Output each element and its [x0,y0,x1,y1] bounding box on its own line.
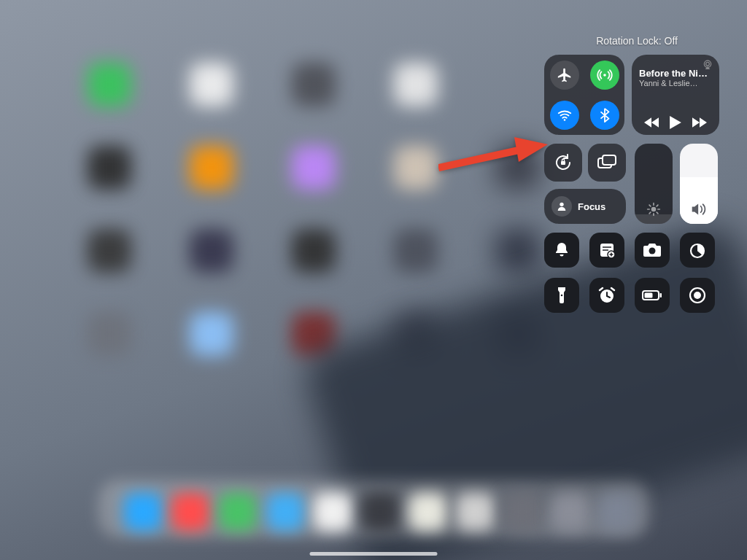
blurred-dock-icon [266,493,304,531]
blurred-dock-icon [361,493,399,531]
blurred-dock-icon [124,493,162,531]
blurred-dock-icon [598,493,636,531]
home-indicator[interactable] [310,552,438,556]
svg-point-2 [603,74,606,77]
blurred-dock-icon [503,493,541,531]
blurred-app-icon [394,229,438,273]
svg-line-15 [649,205,651,206]
blurred-app-icon [394,63,438,106]
alarm-button[interactable] [589,278,624,313]
media-artist: Yanni & Leslie… [639,79,708,88]
rotation-lock-status-label: Rotation Lock: Off [596,35,678,47]
svg-point-4 [704,61,711,67]
media-title: Before the Ni… [639,68,708,79]
blurred-dock-icon [551,493,589,531]
quick-note-button[interactable] [589,233,624,268]
blurred-dock-icon [171,493,209,531]
record-icon [689,287,706,304]
focus-label: Focus [578,201,605,212]
tile-row [544,278,715,313]
camera-icon [643,242,662,258]
tile-row [544,233,715,268]
svg-point-35 [694,292,701,299]
timer-button[interactable] [680,233,715,268]
brightness-icon [646,202,661,217]
screen-record-button[interactable] [680,278,715,313]
svg-rect-8 [603,155,616,165]
blurred-app-icon [190,229,233,273]
low-power-mode-toggle[interactable] [635,278,670,313]
svg-point-10 [651,207,657,212]
svg-point-27 [561,295,563,297]
blurred-app-icon [190,63,233,106]
blurred-app-icon [190,312,233,356]
blurred-dock-icon [219,493,257,531]
blurred-dock-icon [456,493,494,531]
airdrop-toggle[interactable] [590,61,619,90]
brightness-slider[interactable] [635,144,673,224]
svg-rect-6 [561,161,565,165]
focus-button[interactable]: Focus [544,189,626,224]
airplay-icon [702,59,713,71]
blurred-app-icon [394,146,438,190]
blurred-app-icon [292,63,336,106]
svg-point-25 [649,248,656,254]
blurred-dock-icon [409,493,446,531]
wifi-icon [557,107,573,123]
svg-point-9 [560,203,563,206]
alarm-clock-icon [597,287,616,304]
now-playing-platter[interactable]: Before the Ni… Yanni & Leslie… [632,55,719,135]
blurred-app-icon [292,146,336,190]
blurred-app-icon [88,146,131,190]
connectivity-platter[interactable] [544,55,624,135]
airplane-mode-toggle[interactable] [550,61,579,90]
svg-point-3 [563,119,565,121]
svg-marker-1 [514,137,548,162]
flashlight-icon [557,286,567,305]
timer-icon [689,241,706,259]
bluetooth-toggle[interactable] [590,101,619,130]
volume-fill [680,177,718,224]
play-button[interactable] [670,116,681,129]
blurred-app-icon [88,229,131,273]
blurred-dock-icon [314,493,352,531]
svg-rect-32 [645,293,653,298]
rotation-lock-toggle[interactable] [544,144,582,182]
annotation-arrow [438,137,548,184]
focus-person-icon [551,196,572,217]
wifi-toggle[interactable] [550,101,579,130]
rewind-button[interactable] [644,117,659,128]
forward-button[interactable] [692,117,707,128]
ipad-control-center-screenshot: Rotation Lock: Off [0,0,747,560]
bluetooth-icon [597,107,613,123]
camera-button[interactable] [635,233,670,268]
svg-line-16 [657,212,658,214]
svg-rect-33 [660,293,662,298]
svg-line-0 [438,150,519,168]
bell-icon [554,241,570,259]
battery-icon [642,289,662,301]
blurred-app-icon [496,229,540,273]
blurred-app-icon [88,312,131,356]
flashlight-button[interactable] [544,278,579,313]
screen-mirroring-icon [597,154,617,171]
svg-point-5 [706,62,710,66]
blurred-app-icon [88,63,131,106]
cellular-antenna-icon [597,67,613,83]
screen-mirroring-button[interactable] [588,144,626,182]
blurred-app-icon [292,229,336,273]
note-plus-icon [598,241,616,259]
silent-mode-toggle[interactable] [544,233,579,268]
svg-line-17 [649,212,651,214]
airplane-icon [557,67,573,83]
volume-icon [691,202,707,217]
blurred-app-icon [190,146,233,190]
rotation-lock-icon [553,152,573,173]
svg-line-18 [657,205,658,206]
volume-slider[interactable] [680,144,718,224]
